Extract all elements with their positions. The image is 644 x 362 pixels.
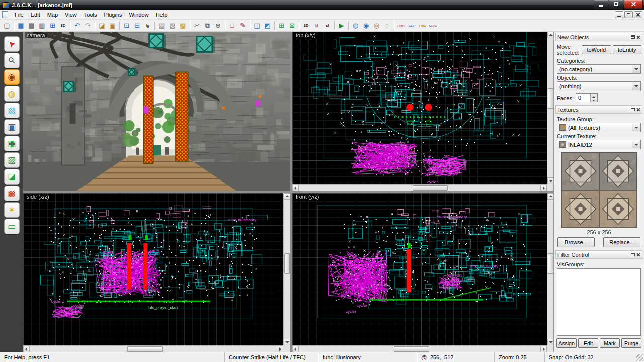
chevron-down-icon[interactable] [632,141,640,148]
toolbar-sprite-lock-button[interactable]: sl [322,20,333,31]
close-pane-icon[interactable] [636,35,640,39]
close-pane-icon[interactable] [636,108,640,112]
scroll-left-icon[interactable] [292,346,299,352]
viewport-label-side[interactable]: side (x/z) [25,194,51,200]
textures-header[interactable]: Textures [555,105,642,114]
top-2d-canvas[interactable] [292,32,547,184]
brush-tool[interactable]: ▧ [4,103,20,118]
mdi-restore-button[interactable] [624,11,633,18]
toolbar-copy-button[interactable]: ⧉ [202,20,213,31]
hscroll-thumb[interactable] [413,185,448,191]
menu-tools[interactable]: Tools [80,10,101,19]
entity-tool[interactable]: ◍ [4,86,20,102]
toolbar-vis-clip-button[interactable]: CLIP [407,20,417,31]
faces-spinner[interactable]: 0 [576,93,598,102]
menu-help[interactable]: Help [152,10,171,19]
camera-3d-canvas[interactable] [23,32,290,191]
top-view-hscrollbar[interactable] [292,184,547,191]
titlebar[interactable]: J.A.C.K. - [arkanos.jmf] [0,0,644,10]
side-viewport[interactable]: func_illusionarycyclerinfo_player_startc… [23,193,290,352]
toolbar-group-button[interactable]: ⊡ [121,20,132,31]
front-2d-canvas[interactable] [292,193,547,345]
close-pane-icon[interactable] [636,253,640,257]
menu-map[interactable]: Map [44,10,61,19]
texture-application-tool[interactable]: ▣ [4,119,20,135]
mdi-close-button[interactable] [634,11,642,18]
toolbar-vis-trigger-button[interactable]: TRIG [417,20,428,31]
categories-dropdown[interactable]: (no category) [557,64,641,74]
scroll-down-icon[interactable] [547,177,553,184]
side-view-vscrollbar[interactable] [283,193,290,345]
apply-decals-tool[interactable]: ▨ [4,152,20,168]
toolbar-texture-lock-button[interactable]: tl [311,20,322,31]
camera-viewport[interactable]: camera [23,32,290,191]
close-button[interactable] [624,0,643,9]
float-pane-icon[interactable] [631,253,635,256]
toolbar-render-models-button[interactable]: ◎ [371,20,382,31]
scroll-right-icon[interactable] [540,346,547,352]
texture-group-dropdown[interactable]: (All Textures) [557,123,641,132]
top-view-vscrollbar[interactable] [547,32,553,184]
chevron-down-icon[interactable] [632,65,640,73]
scroll-up-icon[interactable] [547,193,553,200]
objects-dropdown[interactable]: (nothing) [557,81,641,91]
toolbar-ungroup-button[interactable]: ⊟ [132,20,142,31]
toolbar-render-sprites-button[interactable]: ◌ [382,20,392,31]
top-viewport[interactable]: cyclercycler top (x/y) [292,32,553,191]
maximize-button[interactable] [609,0,623,9]
resize-grip[interactable] [636,354,643,361]
scroll-up-icon[interactable] [547,32,553,38]
mark-button[interactable]: Mark [600,338,620,348]
assign-button[interactable]: Assign [556,338,577,348]
front-view-hscrollbar[interactable] [292,345,547,352]
toolbar-view-3d-options-button[interactable]: 3D [301,20,311,31]
toolbar-show-hidden-button[interactable]: ▩ [178,20,188,31]
hscroll-thumb[interactable] [127,346,163,352]
apply-current-texture-tool[interactable]: ▦ [4,136,20,151]
toolbar-cut-button[interactable]: ✂ [192,20,202,31]
toolbar-grid-larger-button[interactable]: ▥ [37,20,47,31]
path-tool[interactable]: ✶ [4,202,20,218]
edit-button[interactable]: Edit [578,338,598,348]
toolbar-undo-button[interactable]: ↶ [72,20,83,31]
float-pane-icon[interactable] [631,108,635,111]
displacement-tool[interactable]: ▭ [4,219,20,234]
side-view-hscrollbar[interactable] [23,345,283,352]
toolbar-vis-origin-button[interactable]: ORIG [428,20,438,31]
menu-file[interactable]: File [11,10,27,19]
vscroll-thumb[interactable] [548,253,553,274]
toolbar-cordon-button[interactable]: □ [227,20,237,31]
texture-preview[interactable] [561,152,637,228]
toolbar-grid-smaller-button[interactable]: ▤ [26,20,37,31]
browse-button[interactable]: Browse... [557,237,595,247]
magnify-tool[interactable]: ⚲ [4,53,20,68]
current-texture-dropdown[interactable]: INLAID12 [557,140,641,149]
front-viewport[interactable]: func_illusionaryfunc_illusionarycyclercy… [292,193,553,352]
menu-edit[interactable]: Edit [27,10,44,19]
toolbar-edit-cordon-button[interactable]: ✎ [237,20,248,31]
spin-up-icon[interactable] [590,94,597,98]
scroll-left-icon[interactable] [23,346,30,352]
vertex-tool[interactable]: ▩ [4,186,20,201]
menu-plugins[interactable]: Plugins [100,10,125,19]
camera-tool[interactable]: ◉ [4,69,20,85]
hscroll-thumb[interactable] [394,346,429,352]
toolbar-camera-orbit-button[interactable]: ◍ [350,20,361,31]
toolbar-make-hollow-button[interactable]: ▣ [107,20,118,31]
toolbar-hide-selected-button[interactable]: ▨ [156,20,167,31]
viewport-label-camera[interactable]: camera [25,32,47,38]
viewport-label-top[interactable]: top (x/y) [294,32,317,38]
front-view-vscrollbar[interactable] [547,193,553,345]
map-document-icon[interactable] [2,11,8,18]
toolbar-hide-unselected-button[interactable]: ▧ [167,20,178,31]
mdi-minimize-button[interactable] [615,11,623,18]
menu-window[interactable]: Window [126,10,152,19]
menu-view[interactable]: View [61,10,80,19]
vscroll-thumb[interactable] [284,253,290,274]
to-entity-button[interactable]: toEntity [613,45,642,54]
minimize-button[interactable] [594,0,608,9]
float-pane-icon[interactable] [631,35,635,39]
replace-button[interactable]: Replace... [603,237,640,247]
chevron-down-icon[interactable] [632,82,640,90]
toolbar-run-map-button[interactable]: ▶ [336,20,347,31]
